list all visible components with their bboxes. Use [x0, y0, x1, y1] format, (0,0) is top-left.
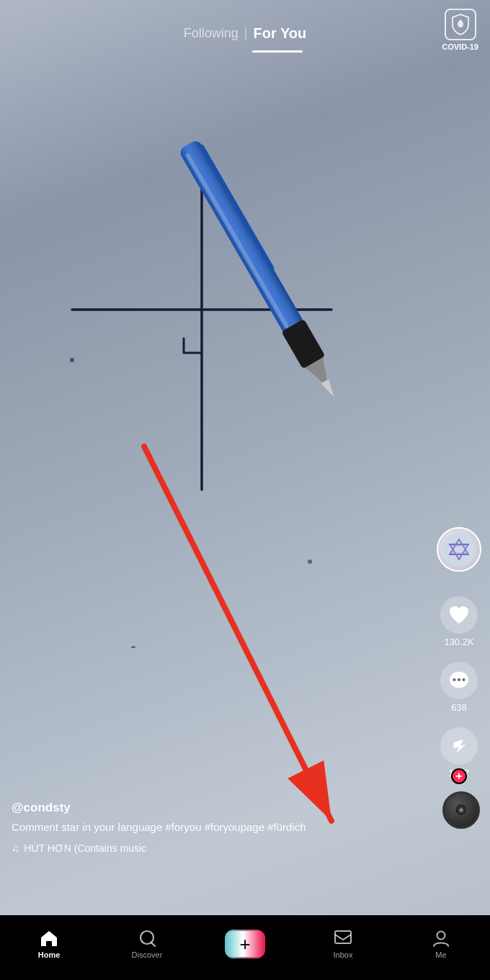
- svg-rect-0: [0, 58, 490, 648]
- svg-rect-7: [184, 153, 289, 329]
- comment-icon-circle: [440, 662, 478, 699]
- nav-me[interactable]: Me: [392, 929, 490, 959]
- covid-label: COVID-19: [442, 42, 478, 51]
- video-info-panel: @condsty Comment star in your language #…: [12, 801, 418, 854]
- like-action[interactable]: 130.2K: [440, 596, 478, 647]
- nav-inbox[interactable]: Inbox: [294, 929, 392, 959]
- svg-point-11: [442, 533, 476, 566]
- home-icon: [40, 929, 58, 948]
- avatar-image: [442, 533, 476, 566]
- music-info[interactable]: ♫ HÚT HƠN (Contains music: [12, 842, 418, 854]
- nav-separator: |: [244, 26, 248, 41]
- svg-line-25: [152, 943, 156, 947]
- svg-point-24: [141, 931, 153, 944]
- svg-point-10: [308, 559, 312, 564]
- follow-plus-button[interactable]: +: [451, 768, 467, 784]
- comment-count: 638: [451, 702, 467, 713]
- svg-point-18: [458, 678, 460, 681]
- svg-rect-26: [335, 931, 351, 943]
- like-icon-circle: [440, 596, 478, 634]
- profile-icon: [432, 929, 450, 948]
- bottom-navigation: Home Discover + Inbox Me: [0, 915, 490, 980]
- music-text: HÚT HƠN (Contains music: [24, 842, 146, 854]
- creator-avatar: [437, 527, 481, 572]
- for-you-tab[interactable]: For You: [254, 25, 307, 42]
- creator-username[interactable]: @condsty: [12, 801, 418, 815]
- plus-icon: +: [239, 935, 250, 953]
- video-caption: Comment star in your language #foryou #f…: [12, 819, 418, 835]
- inbox-icon: [334, 929, 352, 948]
- discover-icon: [138, 929, 156, 948]
- music-note-small-icon: [456, 805, 466, 815]
- share-icon-circle: [440, 727, 478, 765]
- nav-home[interactable]: Home: [0, 929, 98, 959]
- following-tab[interactable]: Following: [184, 26, 239, 41]
- home-label: Home: [38, 950, 61, 959]
- creator-avatar-container[interactable]: +: [437, 527, 481, 572]
- music-note-icon: ♫: [12, 842, 19, 854]
- music-disc[interactable]: [442, 791, 480, 829]
- create-button[interactable]: +: [226, 931, 264, 957]
- svg-point-19: [462, 678, 465, 681]
- covid-badge[interactable]: COVID-19: [442, 9, 478, 51]
- comment-icon: [448, 670, 470, 691]
- heart-icon: [448, 605, 470, 625]
- svg-point-9: [131, 646, 135, 648]
- svg-point-17: [453, 678, 455, 681]
- discover-label: Discover: [132, 950, 163, 959]
- svg-point-8: [70, 358, 74, 362]
- covid-shield-icon: [445, 9, 476, 40]
- me-label: Me: [435, 950, 446, 959]
- nav-discover[interactable]: Discover: [98, 929, 196, 959]
- like-count: 130.2K: [444, 637, 473, 647]
- inbox-label: Inbox: [334, 950, 353, 959]
- svg-point-21: [460, 809, 463, 812]
- right-action-panel: + 130.2K 638 1907: [437, 527, 481, 778]
- svg-point-27: [437, 932, 445, 940]
- nav-create[interactable]: +: [196, 931, 294, 957]
- active-tab-indicator: [252, 50, 303, 53]
- music-disc-inner: [455, 804, 468, 817]
- share-icon: [448, 736, 470, 756]
- video-content: [0, 58, 490, 648]
- comment-action[interactable]: 638: [440, 662, 478, 713]
- top-navigation: Following | For You: [0, 0, 490, 60]
